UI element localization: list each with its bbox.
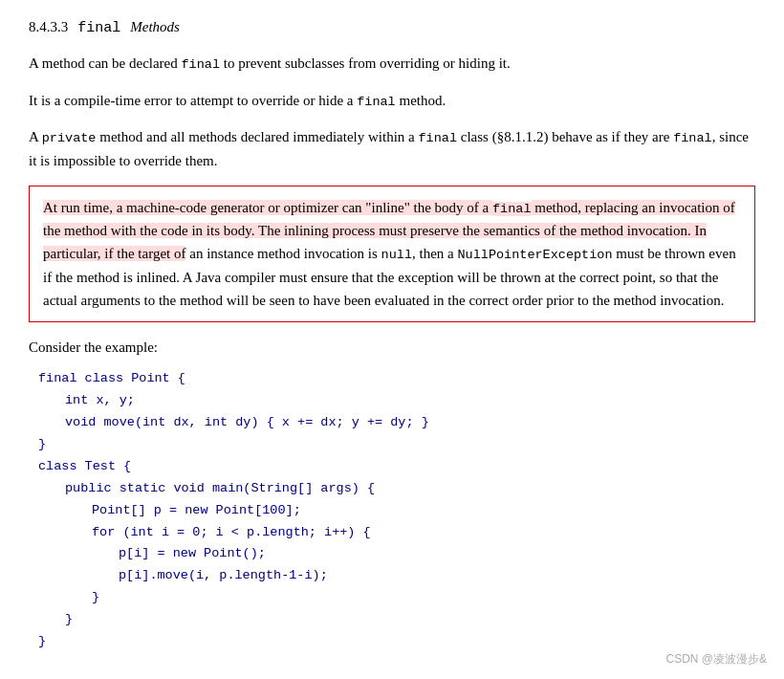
p3-start: A [29,129,42,144]
section-number: 8.4.3.3 [29,19,68,35]
paragraph-1: A method can be declared final to preven… [29,52,755,76]
code-block: final class Point { int x, y; void move(… [38,368,755,653]
code-line-12: } [65,609,755,631]
note-normal-code2: NullPointerException [458,248,613,262]
code-line-13: } [38,631,755,653]
code-line-8: for (int i = 0; i < p.length; i++) { [92,522,755,544]
watermark: CSDN @凌波漫步& [665,651,767,668]
code-line-3: void move(int dx, int dy) { x += dx; y +… [65,412,755,434]
code-line-9: p[i] = new Point(); [119,543,755,565]
paragraph-3: A private method and all methods declare… [29,125,755,172]
p1-rest: to prevent subclasses from overriding or… [220,55,511,71]
code-line-1: final class Point { [38,368,755,390]
note-highlighted-code: final [492,202,532,216]
section-heading: 8.4.3.3 final Methods [29,19,755,36]
p2-rest: method. [396,93,446,108]
note-highlighted-text: At run time, a machine-code generator or… [43,200,492,215]
paragraph-2: It is a compile-time error to attempt to… [29,89,755,113]
note-box: At run time, a machine-code generator or… [29,186,755,322]
note-normal-mid: , then a [412,246,457,261]
note-normal-code1: null [381,248,412,262]
code-line-10: p[i].move(i, p.length-1-i); [119,565,755,587]
p3-code2: final [418,131,457,145]
code-line-11: } [92,587,755,609]
code-line-7: Point[] p = new Point[100]; [92,500,755,522]
p3-code1: private [42,131,97,145]
p3-mid2: class (§8.1.1.2) behave as if they are [457,129,673,144]
p1-text: A method can be declared [29,55,182,71]
code-line-5: class Test { [38,456,755,478]
consider-label: Consider the example: [29,336,755,359]
p1-code: final [182,57,221,72]
code-line-4: } [38,434,755,456]
p2-text: It is a compile-time error to attempt to… [29,93,357,108]
section-title-italic: Methods [130,19,180,35]
code-line-2: int x, y; [65,390,755,412]
p3-mid: method and all methods declared immediat… [96,129,418,144]
note-normal-text: an instance method invocation is [185,246,381,261]
p2-code: final [357,95,396,109]
p3-code3: final [673,131,712,145]
code-line-6: public static void main(String[] args) { [65,478,755,500]
section-title-code: final [77,20,120,36]
